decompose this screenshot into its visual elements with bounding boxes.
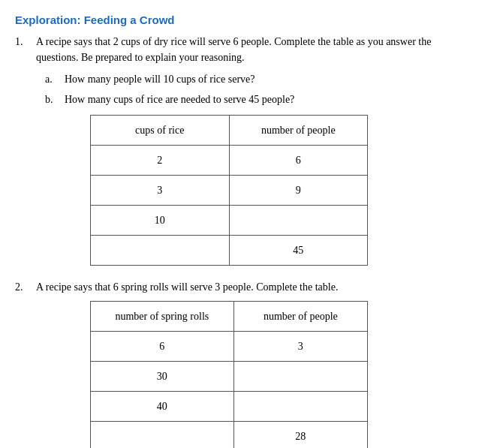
table2-header-row: number of spring rolls number of people xyxy=(91,302,368,332)
table-row: 45 xyxy=(91,236,368,266)
table-cell xyxy=(229,206,368,236)
table-cell: 6 xyxy=(91,332,234,362)
problem-1-number: 1. xyxy=(15,34,32,65)
page-title: Exploration: Feeding a Crowd xyxy=(15,14,476,26)
table-cell xyxy=(233,392,367,422)
table-cell: 45 xyxy=(229,236,368,266)
table-cell xyxy=(233,362,367,392)
table-row: 30 xyxy=(91,362,368,392)
col1-header: cups of rice xyxy=(91,116,230,146)
col2-header: number of people xyxy=(229,116,368,146)
sub-question-a: a. How many people will 10 cups of rice … xyxy=(45,71,476,87)
table-cell: 3 xyxy=(233,332,367,362)
table-header-row: cups of rice number of people xyxy=(91,116,368,146)
problem-2-table-container: number of spring rolls number of people … xyxy=(90,301,476,448)
problem-2: 2. A recipe says that 6 spring rolls wil… xyxy=(15,279,476,448)
table-cell: 2 xyxy=(91,146,230,176)
problem-2-table: number of spring rolls number of people … xyxy=(90,301,368,448)
problem-1-table: cups of rice number of people 26391045 xyxy=(90,115,368,266)
col2-header: number of people xyxy=(233,302,367,332)
problem-1: 1. A recipe says that 2 cups of dry rice… xyxy=(15,34,476,266)
sub-question-b-text: How many cups of rice are needed to serv… xyxy=(65,92,294,107)
table-cell: 40 xyxy=(91,392,234,422)
table-cell: 10 xyxy=(91,206,230,236)
table-cell xyxy=(91,236,230,266)
table-row: 63 xyxy=(91,332,368,362)
table-cell: 28 xyxy=(233,422,367,449)
table-row: 28 xyxy=(91,422,368,449)
table-cell xyxy=(91,422,234,449)
table-row: 39 xyxy=(91,176,368,206)
col1-header: number of spring rolls xyxy=(91,302,234,332)
sub-letter-b: b. xyxy=(45,92,59,107)
problem-2-number: 2. xyxy=(15,279,32,295)
sub-question-b: b. How many cups of rice are needed to s… xyxy=(45,92,476,107)
problem-1-text: A recipe says that 2 cups of dry rice wi… xyxy=(36,34,476,65)
table-cell: 3 xyxy=(91,176,230,206)
table-row: 26 xyxy=(91,146,368,176)
table-row: 10 xyxy=(91,206,368,236)
problem-1-table-container: cups of rice number of people 26391045 xyxy=(90,115,476,266)
table-cell: 9 xyxy=(229,176,368,206)
problem-2-text: A recipe says that 6 spring rolls will s… xyxy=(36,279,338,295)
table-cell: 6 xyxy=(229,146,368,176)
sub-letter-a: a. xyxy=(45,71,59,87)
table-row: 40 xyxy=(91,392,368,422)
problem-1-subquestions: a. How many people will 10 cups of rice … xyxy=(45,71,476,107)
table-cell: 30 xyxy=(91,362,234,392)
sub-question-a-text: How many people will 10 cups of rice ser… xyxy=(65,71,255,87)
